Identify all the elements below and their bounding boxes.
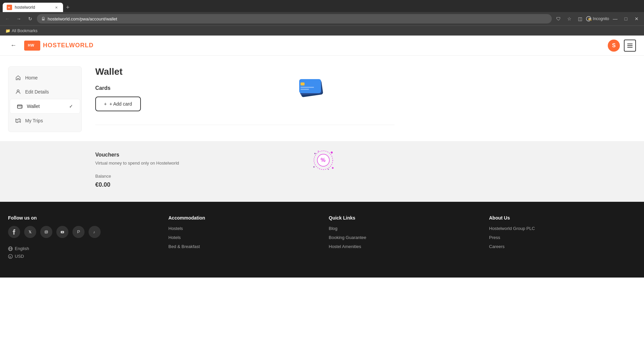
minimize-button[interactable]: —	[610, 14, 620, 23]
youtube-icon[interactable]	[56, 226, 68, 238]
home-icon	[15, 75, 21, 81]
new-tab-button[interactable]: +	[63, 3, 72, 12]
sidebar-trips-label: My Trips	[25, 118, 43, 123]
logo-text: HOSTELWORLD	[43, 42, 94, 49]
restore-button[interactable]: □	[621, 14, 631, 23]
svg-text:H: H	[8, 6, 10, 9]
svg-text:P: P	[77, 229, 80, 234]
close-window-button[interactable]: ✕	[632, 14, 641, 23]
tab-close-button[interactable]: ✕	[54, 5, 59, 10]
back-button[interactable]: ←	[8, 40, 19, 51]
footer-link-booking-guarantee[interactable]: Booking Guarantee	[329, 235, 476, 240]
incognito-label: Incognito	[593, 16, 609, 21]
wallet-title: Wallet	[95, 66, 394, 77]
svg-point-29	[43, 229, 49, 235]
twitter-x-icon[interactable]: 𝕏	[24, 226, 36, 238]
footer-link-group[interactable]: Hostelworld Group PLC	[489, 226, 636, 231]
add-card-plus: +	[104, 101, 107, 107]
menu-line-3	[627, 47, 633, 48]
footer-link-press[interactable]: Press	[489, 235, 636, 240]
instagram-icon[interactable]	[40, 226, 52, 238]
tab-favicon: H	[7, 5, 12, 10]
svg-rect-3	[42, 19, 45, 20]
language-selector[interactable]: English	[8, 246, 155, 251]
sidebar-item-wallet[interactable]: Wallet ✓	[10, 99, 80, 114]
browser-chrome: H hostelworld ✕ + ← → ↻ hostelworld.com/…	[0, 0, 644, 25]
section-divider	[95, 125, 394, 125]
sidebar-home-label: Home	[25, 75, 38, 80]
about-us-title: About Us	[489, 215, 636, 221]
language-label: English	[15, 246, 29, 251]
wallet-icon	[17, 103, 23, 109]
cards-title: Cards	[95, 85, 110, 91]
footer-link-amenities[interactable]: Hostel Amenities	[329, 244, 476, 249]
footer-link-hotels[interactable]: Hotels	[168, 235, 315, 240]
svg-rect-13	[299, 79, 321, 93]
logo-box: HW	[24, 41, 40, 51]
app-header: ← HW HOSTELWORLD S	[0, 36, 644, 56]
svg-text:🕵: 🕵	[588, 17, 591, 21]
quick-links-title: Quick Links	[329, 215, 476, 221]
sidebar-item-edit-details[interactable]: Edit Details	[8, 85, 82, 99]
browser-tab[interactable]: H hostelworld ✕	[3, 3, 63, 12]
balance-label: Balance	[95, 174, 411, 179]
svg-text:HW: HW	[28, 43, 34, 47]
wallet-active-check: ✓	[69, 104, 73, 109]
vouchers-desc: Virtual money to spend only on Hostelwor…	[95, 161, 411, 166]
follow-us-title: Follow us on	[8, 215, 155, 221]
back-nav-button[interactable]: ←	[3, 14, 12, 23]
bookmarks-label: All Bookmarks	[12, 28, 38, 33]
svg-rect-16	[301, 89, 309, 90]
svg-point-10	[21, 107, 21, 108]
facebook-icon[interactable]	[8, 226, 20, 238]
sidebar-item-home[interactable]: Home	[8, 71, 82, 85]
menu-line-1	[627, 44, 633, 44]
svg-rect-9	[17, 105, 22, 108]
vouchers-section: Vouchers Virtual money to spend only on …	[95, 152, 411, 188]
extension-icon[interactable]: ◫	[575, 14, 585, 23]
url-text: hostelworld.com/pwa/account/wallet	[48, 16, 548, 21]
accommodation-title: Accommodation	[168, 215, 315, 221]
sidebar-item-my-trips[interactable]: My Trips	[8, 114, 82, 128]
incognito-badge: 🕵 Incognito	[586, 16, 609, 21]
svg-text:$: $	[9, 255, 11, 258]
wallet-main: Wallet Cards	[95, 66, 394, 136]
tiktok-icon[interactable]: ♪	[89, 226, 101, 238]
svg-rect-15	[301, 87, 314, 88]
svg-rect-14	[301, 82, 305, 85]
footer-link-bnb[interactable]: Bed & Breakfast	[168, 244, 315, 249]
footer-link-hostels[interactable]: Hostels	[168, 226, 315, 231]
reload-button[interactable]: ↻	[25, 14, 35, 23]
social-icons: 𝕏 P ♪	[8, 226, 155, 238]
forward-nav-button[interactable]: →	[14, 14, 23, 23]
address-bar[interactable]: hostelworld.com/pwa/account/wallet	[37, 14, 552, 23]
lock-icon	[41, 16, 46, 21]
add-card-label: + Add card	[109, 101, 132, 107]
svg-text:𝕏: 𝕏	[29, 230, 32, 234]
currency-label: USD	[15, 254, 24, 259]
bookmark-star-icon[interactable]: ☆	[565, 14, 574, 23]
user-icon	[15, 89, 21, 95]
main-content: Home Edit Details	[0, 56, 402, 146]
balance-amount: €0.00	[95, 181, 411, 188]
footer-link-careers[interactable]: Careers	[489, 244, 636, 249]
vouchers-title: Vouchers	[95, 152, 411, 158]
user-avatar[interactable]: S	[608, 40, 620, 52]
sidebar-wallet-label: Wallet	[27, 104, 40, 109]
footer: Follow us on 𝕏 P	[0, 202, 644, 278]
currency-selector[interactable]: $ USD	[8, 254, 155, 259]
logo: HW HOSTELWORLD	[24, 41, 94, 51]
map-icon	[15, 118, 21, 124]
footer-link-blog[interactable]: Blog	[329, 226, 476, 231]
tab-label: hostelworld	[15, 5, 51, 10]
shield-icon: 🛡	[554, 14, 563, 23]
svg-point-8	[17, 90, 19, 92]
add-card-button[interactable]: + + Add card	[95, 97, 141, 111]
menu-line-2	[627, 45, 633, 46]
pinterest-icon[interactable]: P	[72, 226, 85, 238]
menu-button[interactable]	[624, 40, 636, 52]
card-illustration	[297, 75, 327, 100]
bookmarks-bar: 📁 All Bookmarks	[0, 25, 644, 36]
svg-point-32	[47, 231, 47, 231]
cards-section: Cards + + Add card	[95, 85, 394, 111]
